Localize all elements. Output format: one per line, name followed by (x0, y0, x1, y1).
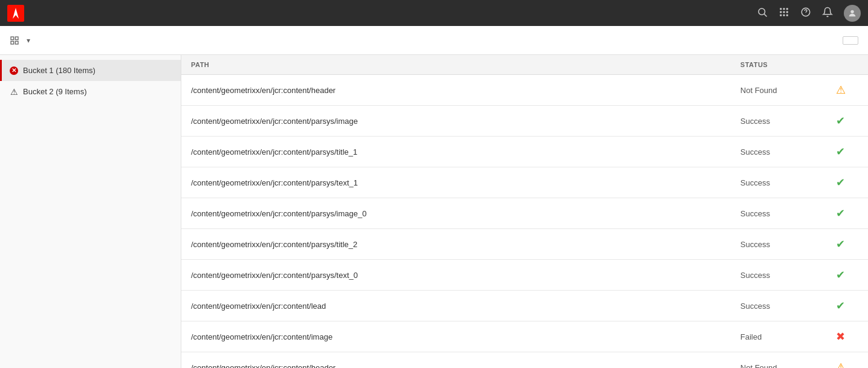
svg-rect-11 (780, 14, 782, 16)
svg-rect-9 (783, 11, 785, 13)
topbar (0, 0, 868, 26)
adobe-logo (7, 5, 24, 22)
status-icon-cell: ✔ (813, 260, 868, 291)
svg-rect-12 (783, 14, 785, 16)
svg-rect-19 (11, 41, 14, 44)
items-table: PATH STATUS /content/geometrixx/en/jcr:c… (181, 55, 868, 368)
svg-line-4 (764, 14, 766, 16)
success-icon: ✔ (836, 299, 845, 312)
success-icon: ✔ (836, 176, 845, 189)
status-cell: Not Found (731, 352, 813, 369)
svg-marker-1 (16, 8, 19, 19)
success-icon: ✔ (836, 207, 845, 220)
path-cell: /content/geometrixx/en/jcr:content/parsy… (181, 198, 731, 229)
path-cell: /content/geometrixx/en/jcr:content/lead (181, 291, 731, 321)
bell-icon[interactable] (822, 7, 833, 20)
status-icon-cell: ✔ (813, 198, 868, 229)
topbar-left (7, 5, 30, 22)
breadcrumb: ▾ (10, 36, 30, 45)
warning-icon: ⚠ (836, 361, 846, 368)
svg-rect-18 (15, 37, 18, 40)
topbar-right (757, 5, 861, 22)
table-row: /content/geometrixx/en/jcr:content/parsy… (181, 106, 868, 137)
table-row: /content/geometrixx/en/jcr:content/parsy… (181, 198, 868, 229)
status-icon-cell: ✔ (813, 291, 868, 321)
status-cell: Success (731, 167, 813, 198)
column-status: STATUS (731, 55, 813, 75)
path-cell: /content/geometrixx/en/jcr:content/heade… (181, 75, 731, 106)
path-cell: /content/geometrixx/en/jcr:content/parsy… (181, 167, 731, 198)
success-icon: ✔ (836, 145, 845, 158)
status-cell: Not Found (731, 75, 813, 106)
svg-rect-6 (783, 8, 785, 10)
svg-rect-7 (786, 8, 788, 10)
sidebar-item-1[interactable]: ⚠Bucket 2 (9 Items) (0, 81, 181, 102)
return-to-list-button[interactable] (843, 36, 858, 45)
chevron-down-icon: ▾ (27, 36, 30, 45)
list-icon (10, 36, 19, 45)
svg-point-16 (850, 10, 853, 13)
status-icon-cell: ⚠ (813, 352, 868, 369)
status-cell: Success (731, 291, 813, 321)
svg-rect-5 (780, 8, 782, 10)
table-header: PATH STATUS (181, 55, 868, 75)
table-row: /content/geometrixx/en/jcr:content/heade… (181, 352, 868, 369)
status-icon-cell: ⚠ (813, 75, 868, 106)
user-avatar[interactable] (844, 5, 861, 22)
table-row: /content/geometrixx/en/jcr:content/parsy… (181, 167, 868, 198)
sidebar-item-label: Bucket 1 (180 Items) (23, 66, 96, 75)
table-row: /content/geometrixx/en/jcr:content/lead … (181, 291, 868, 321)
status-icon-cell: ✔ (813, 106, 868, 137)
sidebar: ✕Bucket 1 (180 Items)⚠Bucket 2 (9 Items) (0, 55, 181, 368)
svg-point-15 (806, 14, 806, 15)
column-icon (813, 55, 868, 75)
status-icon-cell: ✔ (813, 137, 868, 167)
secondbar: ▾ (0, 26, 868, 55)
svg-point-3 (759, 8, 765, 15)
table-row: /content/geometrixx/en/jcr:content/heade… (181, 75, 868, 106)
svg-marker-2 (13, 8, 16, 19)
warning-icon: ⚠ (836, 83, 846, 97)
column-path: PATH (181, 55, 731, 75)
path-cell: /content/geometrixx/en/jcr:content/parsy… (181, 137, 731, 167)
svg-rect-8 (780, 11, 782, 13)
table-body: /content/geometrixx/en/jcr:content/heade… (181, 75, 868, 369)
svg-rect-20 (15, 41, 18, 44)
sidebar-item-0[interactable]: ✕Bucket 1 (180 Items) (0, 60, 181, 81)
table-row: /content/geometrixx/en/jcr:content/image… (181, 321, 868, 352)
warning-icon: ⚠ (10, 88, 18, 96)
error-icon: ✖ (836, 330, 845, 343)
table-row: /content/geometrixx/en/jcr:content/parsy… (181, 137, 868, 167)
status-cell: Success (731, 229, 813, 260)
path-cell: /content/geometrixx/en/jcr:content/parsy… (181, 260, 731, 291)
status-cell: Success (731, 260, 813, 291)
success-icon: ✔ (836, 268, 845, 282)
svg-rect-17 (11, 37, 14, 40)
status-cell: Success (731, 137, 813, 167)
main-layout: ✕Bucket 1 (180 Items)⚠Bucket 2 (9 Items)… (0, 55, 868, 368)
content-area: PATH STATUS /content/geometrixx/en/jcr:c… (181, 55, 868, 368)
path-cell: /content/geometrixx/en/jcr:content/image (181, 321, 731, 352)
path-cell: /content/geometrixx/en/jcr:content/parsy… (181, 106, 731, 137)
svg-rect-13 (786, 14, 788, 16)
status-cell: Success (731, 198, 813, 229)
search-icon[interactable] (757, 7, 768, 20)
success-icon: ✔ (836, 114, 845, 128)
status-icon-cell: ✔ (813, 229, 868, 260)
success-icon: ✔ (836, 237, 845, 251)
status-cell: Success (731, 106, 813, 137)
status-icon-cell: ✔ (813, 167, 868, 198)
path-cell: /content/geometrixx/en/jcr:content/parsy… (181, 229, 731, 260)
table-row: /content/geometrixx/en/jcr:content/parsy… (181, 260, 868, 291)
help-icon[interactable] (800, 7, 811, 20)
status-cell: Failed (731, 321, 813, 352)
status-icon-cell: ✖ (813, 321, 868, 352)
error-icon: ✕ (10, 66, 18, 75)
path-cell: /content/geometrixx/en/jcr:content/heade… (181, 352, 731, 369)
svg-rect-10 (786, 11, 788, 13)
sidebar-item-label: Bucket 2 (9 Items) (23, 87, 86, 96)
grid-icon[interactable] (779, 7, 789, 20)
table-row: /content/geometrixx/en/jcr:content/parsy… (181, 229, 868, 260)
